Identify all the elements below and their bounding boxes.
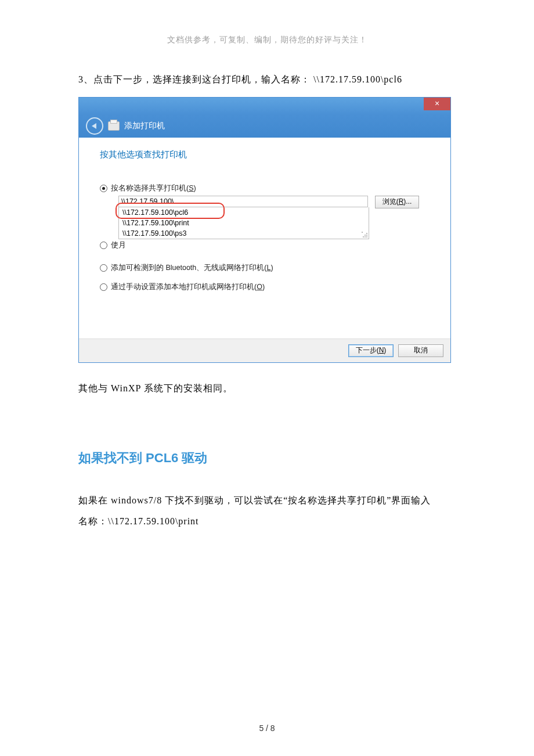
step-3-text: 3、点击下一步，选择连接到这台打印机，输入名称： \\172.17.59.100…: [78, 71, 456, 88]
browse-prefix: 浏览(: [383, 197, 399, 206]
next-prefix: 下一步(: [356, 346, 379, 354]
resize-handle-icon[interactable]: [362, 232, 367, 237]
option-manual-local[interactable]: 通过手动设置添加本地打印机或网络打印机(O): [100, 282, 433, 292]
after-dialog-text: 其他与 WinXP 系统下的安装相同。: [78, 380, 456, 397]
opt1-key: S: [189, 184, 193, 192]
opt1-suffix: ): [194, 184, 196, 192]
header-note: 文档供参考，可复制、编制，期待您的好评与关注！: [78, 35, 456, 45]
cancel-button[interactable]: 取消: [398, 344, 443, 357]
pcl6-heading: 如果找不到 PCL6 驱动: [78, 449, 456, 467]
add-printer-dialog: × 添加打印机 按其他选项查找打印机 按名称选择共享打印机(S): [78, 97, 451, 363]
printer-path-input[interactable]: [118, 196, 368, 207]
dialog-subtitle: 按其他选项查找打印机: [100, 149, 433, 160]
next-suffix: ): [384, 346, 386, 354]
option-use-partial[interactable]: 使月: [100, 240, 433, 250]
back-arrow-icon: [92, 123, 96, 129]
radio-icon: [100, 283, 107, 291]
opt1-prefix: 按名称选择共享打印机(: [111, 184, 189, 192]
opt3-suffix: ): [270, 264, 273, 272]
printer-icon: [108, 121, 120, 131]
dialog-body: 按其他选项查找打印机 按名称选择共享打印机(S) \\172.17.59.100…: [79, 138, 450, 339]
browse-button[interactable]: 浏览(R)...: [375, 196, 419, 208]
dialog-button-row: 下一步(N) 取消: [79, 339, 450, 362]
option-select-by-name[interactable]: 按名称选择共享打印机(S): [100, 183, 433, 193]
dropdown-item[interactable]: \\172.17.59.100\print: [119, 218, 369, 228]
option-label: 使月: [111, 240, 126, 250]
pcl6-line2: 名称：\\172.17.59.100\print: [78, 516, 199, 526]
dropdown-item[interactable]: \\172.17.59.100\ps3: [119, 228, 369, 239]
pcl6-line1: 如果在 windows7/8 下找不到驱动，可以尝试在“按名称选择共享打印机”界…: [78, 495, 431, 505]
radio-icon: [100, 185, 107, 192]
option-label: 按名称选择共享打印机(S): [111, 183, 196, 193]
option-bluetooth-wireless[interactable]: 添加可检测到的 Bluetooth、无线或网络打印机(L): [100, 263, 433, 273]
browse-suffix: )...: [403, 197, 412, 206]
dialog-nav-row: 添加打印机: [79, 114, 450, 138]
input-row: \\172.17.59.100\pcl6 \\172.17.59.100\pri…: [118, 196, 433, 239]
close-button[interactable]: ×: [424, 98, 450, 110]
opt4-suffix: ): [262, 283, 265, 291]
opt4-key: O: [257, 283, 262, 291]
back-button[interactable]: [86, 117, 103, 135]
close-icon: ×: [435, 99, 439, 108]
option-label: 添加可检测到的 Bluetooth、无线或网络打印机(L): [111, 263, 273, 273]
next-button[interactable]: 下一步(N): [348, 344, 394, 357]
pcl6-paragraph: 如果在 windows7/8 下找不到驱动，可以尝试在“按名称选择共享打印机”界…: [78, 490, 456, 533]
radio-icon: [100, 242, 107, 249]
page-number: 5 / 8: [0, 723, 534, 733]
opt4-prefix: 通过手动设置添加本地打印机或网络打印机(: [111, 283, 257, 291]
opt3-prefix: 添加可检测到的 Bluetooth、无线或网络打印机(: [111, 264, 266, 272]
dialog-title: 添加打印机: [124, 121, 165, 131]
dropdown-item[interactable]: \\172.17.59.100\pcl6: [119, 207, 369, 218]
dialog-titlebar: ×: [79, 98, 450, 114]
radio-icon: [100, 264, 107, 272]
autocomplete-dropdown: \\172.17.59.100\pcl6 \\172.17.59.100\pri…: [118, 207, 369, 239]
option-label: 通过手动设置添加本地打印机或网络打印机(O): [111, 282, 265, 292]
